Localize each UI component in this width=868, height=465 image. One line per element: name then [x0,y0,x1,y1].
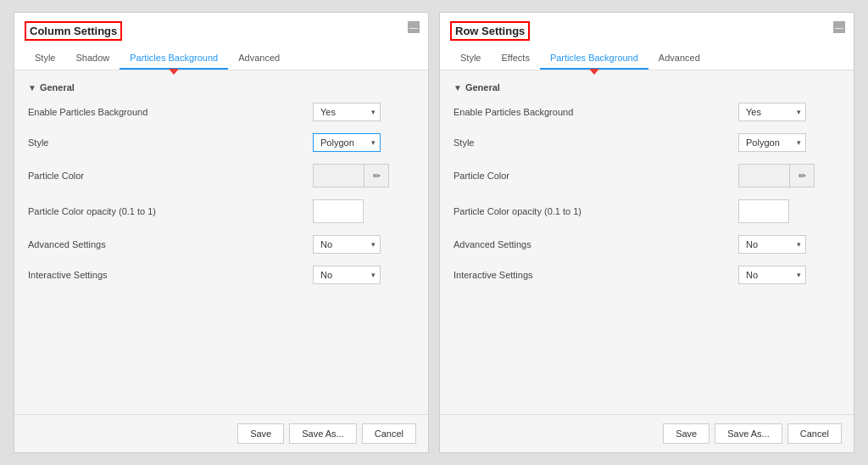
left-tab-particles[interactable]: Particles Background [120,48,228,70]
left-label-color: Particle Color [28,171,313,181]
right-tab-particles[interactable]: Particles Background [540,48,648,70]
right-control-enable: Yes No ▾ [738,103,840,121]
right-control-color: ✏ [738,164,840,188]
right-select-enable[interactable]: Yes No [738,103,806,121]
right-select-wrapper-interactive: No Yes ▾ [738,266,806,284]
left-panel-body: ▼ General Enable Particles Background Ye… [14,70,428,414]
left-cancel-button[interactable]: Cancel [362,423,416,444]
left-tabs: Style Shadow Particles Background Advanc… [25,48,418,70]
right-label-interactive: Interactive Settings [453,270,738,280]
right-select-interactive[interactable]: No Yes [738,266,806,284]
left-field-enable: Enable Particles Background Yes No ▾ [28,103,415,121]
left-chevron-icon: ▼ [28,83,36,92]
right-field-opacity: Particle Color opacity (0.1 to 1) [453,199,840,223]
right-tabs: Style Effects Particles Background Advan… [450,48,843,70]
left-label-style: Style [28,137,313,148]
left-color-box[interactable] [313,164,364,188]
right-panel-header: Row Settings — Style Effects Particles B… [440,13,854,70]
right-field-advanced: Advanced Settings No Yes ▾ [453,235,840,254]
left-color-edit-button[interactable]: ✏ [364,164,389,188]
left-label-advanced: Advanced Settings [28,239,313,249]
left-field-advanced: Advanced Settings No Yes ▾ [28,235,415,254]
right-field-enable: Enable Particles Background Yes No ▾ [453,103,840,121]
right-label-style: Style [453,137,738,148]
left-field-style: Style Polygon Circle Star ▾ [28,133,415,152]
right-minimize-button[interactable]: — [833,21,845,33]
right-tab-effects[interactable]: Effects [491,48,539,70]
left-select-wrapper-advanced: No Yes ▾ [313,235,381,254]
right-panel: Row Settings — Style Effects Particles B… [439,12,854,453]
left-select-interactive[interactable]: No Yes [313,266,381,284]
right-cancel-button[interactable]: Cancel [787,423,842,444]
left-select-enable[interactable]: Yes No [313,103,381,121]
right-select-wrapper-style: Polygon Circle Star ▾ [738,133,806,152]
left-minimize-button[interactable]: — [408,21,420,33]
right-tab-style[interactable]: Style [450,48,491,70]
left-tab-advanced[interactable]: Advanced [228,48,290,70]
left-label-interactive: Interactive Settings [28,270,313,280]
right-input-opacity[interactable] [738,199,789,223]
left-label-opacity: Particle Color opacity (0.1 to 1) [28,206,313,216]
left-select-wrapper-interactive: No Yes ▾ [313,266,381,284]
left-label-enable: Enable Particles Background [28,107,313,117]
left-section-label: General [40,82,75,92]
left-tab-shadow[interactable]: Shadow [65,48,120,70]
right-control-interactive: No Yes ▾ [738,266,840,284]
right-save-as-button[interactable]: Save As... [715,423,782,444]
right-field-interactive: Interactive Settings No Yes ▾ [453,266,840,284]
right-panel-body: ▼ General Enable Particles Background Ye… [440,70,854,414]
left-panel-title: Column Settings [25,21,122,41]
left-save-button[interactable]: Save [237,423,284,444]
right-control-opacity [738,199,840,223]
left-select-wrapper-enable: Yes No ▾ [313,103,381,121]
left-field-opacity: Particle Color opacity (0.1 to 1) [28,199,415,223]
left-section-header: ▼ General [28,82,415,92]
left-select-advanced[interactable]: No Yes [313,235,381,254]
left-save-as-button[interactable]: Save As... [289,423,357,444]
left-field-interactive: Interactive Settings No Yes ▾ [28,266,415,284]
right-label-advanced: Advanced Settings [453,239,738,249]
right-color-box[interactable] [738,164,789,188]
right-section-header: ▼ General [453,82,840,92]
right-tab-advanced[interactable]: Advanced [648,48,710,70]
left-control-advanced: No Yes ▾ [313,235,415,254]
left-control-opacity [313,199,415,223]
right-control-style: Polygon Circle Star ▾ [738,133,840,152]
right-label-enable: Enable Particles Background [453,107,738,117]
right-section-label: General [465,82,500,92]
right-chevron-icon: ▼ [453,83,462,92]
right-color-edit-button[interactable]: ✏ [789,164,815,188]
right-save-button[interactable]: Save [663,423,709,444]
right-select-style[interactable]: Polygon Circle Star [738,133,806,152]
left-select-wrapper-style: Polygon Circle Star ▾ [313,133,381,152]
left-panel: Column Settings — Style Shadow Particles… [14,12,429,453]
left-control-style: Polygon Circle Star ▾ [313,133,415,152]
left-select-style[interactable]: Polygon Circle Star [313,133,381,152]
right-panel-title: Row Settings [450,21,530,41]
left-control-interactive: No Yes ▾ [313,266,415,284]
right-select-wrapper-advanced: No Yes ▾ [738,235,806,254]
right-select-advanced[interactable]: No Yes [738,235,806,254]
left-input-opacity[interactable] [313,199,364,223]
left-tab-style[interactable]: Style [25,48,65,70]
right-select-wrapper-enable: Yes No ▾ [738,103,806,121]
left-panel-footer: Save Save As... Cancel [14,414,428,452]
right-label-color: Particle Color [453,171,738,181]
right-label-opacity: Particle Color opacity (0.1 to 1) [453,206,738,216]
right-panel-footer: Save Save As... Cancel [440,414,854,452]
right-field-style: Style Polygon Circle Star ▾ [453,133,840,152]
left-control-enable: Yes No ▾ [313,103,415,121]
left-control-color: ✏ [313,164,415,188]
right-field-color: Particle Color ✏ [453,164,840,188]
right-control-advanced: No Yes ▾ [738,235,840,254]
left-panel-header: Column Settings — Style Shadow Particles… [14,13,428,70]
left-field-color: Particle Color ✏ [28,164,415,188]
